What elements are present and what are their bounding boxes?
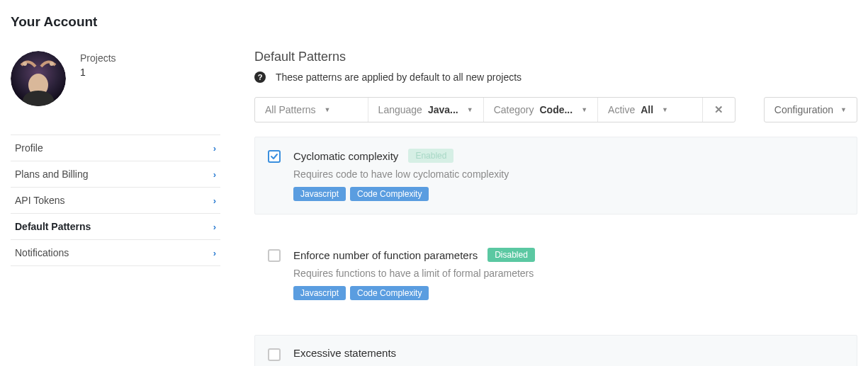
- avatar: [11, 51, 66, 106]
- profile-header: Projects 1: [11, 51, 220, 106]
- filter-active-value: All: [641, 104, 653, 115]
- sidebar-item-plans-and-billing[interactable]: Plans and Billing›: [11, 161, 220, 188]
- projects-label: Projects: [80, 52, 116, 64]
- sidebar-item-label: API Tokens: [15, 195, 65, 206]
- pattern-title: Enforce number of function parameters: [293, 249, 478, 261]
- svg-point-4: [50, 62, 54, 66]
- filter-language-label: Language: [378, 104, 422, 115]
- filter-active[interactable]: Active All ▼: [598, 98, 703, 122]
- sidebar-item-profile[interactable]: Profile›: [11, 135, 220, 161]
- status-badge: Enabled: [408, 149, 453, 163]
- section-subtitle: ? These patterns are applied by default …: [254, 72, 857, 83]
- caret-down-icon: ▼: [467, 106, 473, 113]
- help-icon: ?: [254, 72, 266, 83]
- svg-point-3: [23, 62, 27, 66]
- sidebar-nav: Profile›Plans and Billing›API Tokens›Def…: [11, 135, 220, 266]
- pattern-body: Enforce number of function parametersDis…: [293, 248, 844, 300]
- chevron-right-icon: ›: [213, 143, 216, 154]
- filter-language-value: Java...: [428, 104, 458, 115]
- pattern-card: Cyclomatic complexityEnabledRequires cod…: [254, 137, 857, 215]
- tag: Javascript: [293, 187, 346, 201]
- pattern-title: Excessive statements: [293, 347, 396, 359]
- chevron-right-icon: ›: [213, 169, 216, 180]
- sidebar-item-default-patterns[interactable]: Default Patterns›: [11, 214, 220, 240]
- pattern-body: Excessive statementsRequires all functio…: [293, 347, 844, 366]
- account-title: Your Account: [11, 14, 220, 30]
- tag: Code Complexity: [350, 187, 429, 201]
- status-badge: Disabled: [487, 248, 535, 262]
- caret-down-icon: ▼: [581, 106, 587, 113]
- sidebar-item-label: Profile: [15, 142, 43, 154]
- main-content: Default Patterns ? These patterns are ap…: [254, 14, 857, 366]
- filter-active-label: Active: [608, 104, 635, 115]
- filter-category-label: Category: [494, 104, 534, 115]
- sidebar-item-label: Notifications: [15, 247, 69, 258]
- pattern-checkbox[interactable]: [268, 348, 281, 361]
- pattern-checkbox[interactable]: [268, 249, 281, 262]
- chevron-right-icon: ›: [213, 195, 216, 206]
- filter-all-patterns[interactable]: All Patterns ▼: [255, 98, 368, 122]
- pattern-description: Requires functions to have a limit of fo…: [293, 268, 844, 279]
- filter-all-patterns-label: All Patterns: [265, 104, 316, 115]
- profile-meta: Projects 1: [80, 51, 116, 78]
- configuration-button[interactable]: Configuration ▼: [764, 97, 857, 122]
- pattern-tags: JavascriptCode Complexity: [293, 187, 844, 201]
- chevron-right-icon: ›: [213, 222, 216, 232]
- tag: Javascript: [293, 286, 346, 300]
- pattern-title: Cyclomatic complexity: [293, 150, 398, 162]
- sidebar-item-api-tokens[interactable]: API Tokens›: [11, 188, 220, 214]
- sidebar-item-label: Plans and Billing: [15, 168, 89, 180]
- pattern-list: Cyclomatic complexityEnabledRequires cod…: [254, 137, 857, 366]
- configuration-label: Configuration: [774, 104, 833, 115]
- pattern-checkbox[interactable]: [268, 150, 281, 163]
- filter-bar: All Patterns ▼ Language Java... ▼ Catego…: [254, 97, 857, 122]
- section-title: Default Patterns: [254, 50, 857, 64]
- filter-category-value: Code...: [539, 104, 573, 115]
- clear-filters-button[interactable]: ✕: [703, 98, 735, 122]
- filter-language[interactable]: Language Java... ▼: [368, 98, 484, 122]
- caret-down-icon: ▼: [325, 106, 331, 113]
- chevron-right-icon: ›: [213, 248, 216, 258]
- filter-group: All Patterns ▼ Language Java... ▼ Catego…: [254, 97, 735, 122]
- pattern-body: Cyclomatic complexityEnabledRequires cod…: [293, 149, 844, 201]
- section-subtitle-text: These patterns are applied by default to…: [276, 72, 522, 83]
- pattern-header: Excessive statements: [293, 347, 844, 359]
- pattern-description: Requires code to have low cyclomatic com…: [293, 168, 844, 180]
- caret-down-icon: ▼: [840, 106, 847, 113]
- pattern-header: Enforce number of function parametersDis…: [293, 248, 844, 262]
- caret-down-icon: ▼: [662, 106, 668, 113]
- filter-category[interactable]: Category Code... ▼: [484, 98, 598, 122]
- sidebar: Your Account: [11, 14, 220, 366]
- sidebar-item-label: Default Patterns: [15, 221, 91, 232]
- pattern-card: Excessive statementsRequires all functio…: [254, 335, 857, 366]
- pattern-tags: JavascriptCode Complexity: [293, 286, 844, 300]
- tag: Code Complexity: [350, 286, 429, 300]
- sidebar-item-notifications[interactable]: Notifications›: [11, 240, 220, 266]
- close-icon: ✕: [714, 103, 723, 116]
- pattern-header: Cyclomatic complexityEnabled: [293, 149, 844, 163]
- pattern-card: Enforce number of function parametersDis…: [254, 236, 857, 314]
- projects-count: 1: [80, 67, 116, 78]
